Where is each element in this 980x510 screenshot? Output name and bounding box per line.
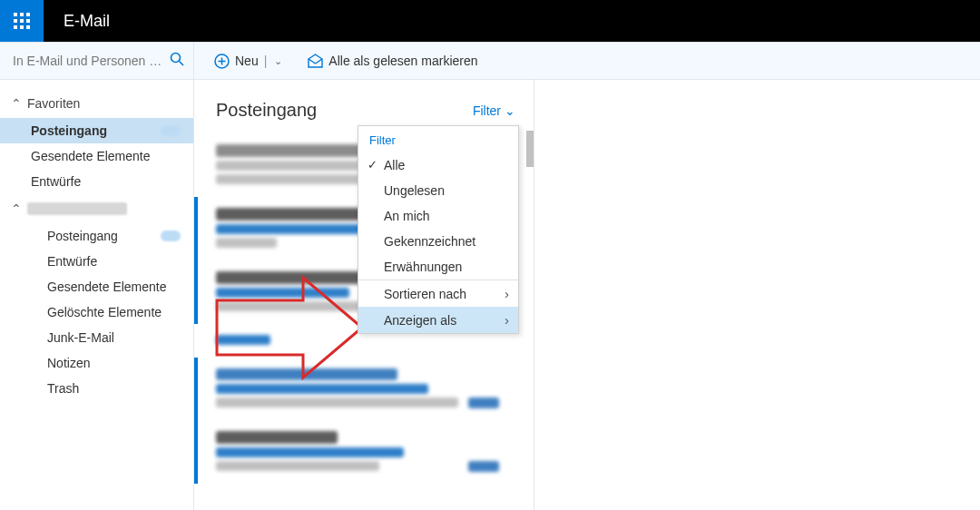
- svg-line-10: [180, 62, 184, 66]
- favorites-group: Posteingang Gesendete Elemente Entwürfe: [0, 118, 193, 194]
- sidebar-item-gesendete[interactable]: Gesendete Elemente: [0, 143, 193, 169]
- chevron-up-icon: ⌃: [11, 201, 22, 216]
- account-label-redacted: [27, 202, 127, 215]
- filter-option-anzeigen-als[interactable]: Anzeigen als ›: [358, 307, 518, 333]
- reading-pane: [534, 80, 980, 510]
- toolbar: In E-Mail und Personen s… Neu | ⌄ Alle a…: [0, 42, 980, 80]
- filter-option-anmich[interactable]: An mich: [358, 203, 518, 229]
- sidebar-item-trash[interactable]: Trash: [0, 376, 193, 401]
- sidebar-item-entwuerfe[interactable]: Entwürfe: [0, 169, 193, 194]
- toolbar-buttons: Neu | ⌄ Alle als gelesen markieren: [194, 43, 980, 79]
- mail-open-icon: [308, 54, 323, 69]
- chevron-up-icon: ⌃: [11, 96, 22, 111]
- svg-rect-3: [14, 19, 17, 23]
- sidebar-item-posteingang[interactable]: Posteingang: [0, 118, 193, 143]
- svg-rect-5: [26, 19, 30, 23]
- svg-rect-1: [20, 13, 24, 16]
- svg-rect-7: [20, 25, 24, 29]
- account-group: Posteingang Entwürfe Gesendete Elemente …: [0, 223, 193, 401]
- filter-option-ungelesen[interactable]: Ungelesen: [358, 178, 518, 203]
- sidebar-item-notizen[interactable]: Notizen: [0, 350, 193, 376]
- filter-option-erwaehnungen[interactable]: Erwähnungen: [358, 254, 518, 280]
- message-item[interactable]: [194, 358, 534, 420]
- unread-badge: [161, 125, 181, 136]
- unread-badge: [161, 230, 181, 241]
- sidebar-item-junk[interactable]: Junk-E-Mail: [0, 325, 193, 350]
- filter-button[interactable]: Filter ⌄: [473, 103, 515, 118]
- search-input[interactable]: In E-Mail und Personen s…: [0, 43, 194, 79]
- app-launcher-button[interactable]: [0, 0, 44, 42]
- svg-point-9: [172, 54, 181, 63]
- sidebar-item-gesendete-2[interactable]: Gesendete Elemente: [0, 274, 193, 299]
- search-icon: [170, 52, 184, 70]
- svg-rect-0: [14, 13, 17, 16]
- filter-dropdown: Filter Alle Ungelesen An mich Gekennzeic…: [358, 125, 519, 334]
- chevron-right-icon: ›: [505, 286, 509, 301]
- title-bar: E-Mail: [0, 0, 980, 42]
- sidebar-item-geloeschte[interactable]: Gelöschte Elemente: [0, 299, 193, 325]
- filter-option-alle[interactable]: Alle: [358, 152, 518, 178]
- svg-rect-2: [26, 13, 30, 16]
- search-placeholder: In E-Mail und Personen s…: [13, 54, 164, 68]
- mark-all-read-button[interactable]: Alle als gelesen markieren: [308, 54, 477, 69]
- svg-rect-8: [26, 25, 30, 29]
- message-item[interactable]: [194, 420, 534, 484]
- filter-label: Filter: [473, 103, 501, 118]
- waffle-icon: [14, 13, 30, 29]
- folder-sidebar: ⌃ Favoriten Posteingang Gesendete Elemen…: [0, 80, 194, 510]
- dropdown-header: Filter: [358, 126, 518, 152]
- account-header[interactable]: ⌃: [0, 194, 193, 223]
- chevron-right-icon: ›: [505, 312, 509, 328]
- sidebar-item-posteingang-2[interactable]: Posteingang: [0, 223, 193, 249]
- new-button[interactable]: Neu | ⌄: [214, 54, 282, 69]
- favorites-header[interactable]: ⌃ Favoriten: [0, 89, 193, 118]
- chevron-down-icon: ⌄: [505, 103, 515, 118]
- folder-title: Posteingang: [216, 100, 317, 121]
- favorites-label: Favoriten: [27, 96, 80, 111]
- new-button-label: Neu: [235, 54, 259, 68]
- plus-circle-icon: [214, 54, 230, 69]
- svg-rect-6: [14, 25, 17, 29]
- filter-option-sortieren[interactable]: Sortieren nach ›: [358, 280, 518, 307]
- chevron-down-icon: ⌄: [274, 55, 282, 67]
- filter-option-gekennzeichnet[interactable]: Gekennzeichnet: [358, 229, 518, 254]
- mark-all-read-label: Alle als gelesen markieren: [328, 54, 477, 68]
- app-title: E-Mail: [64, 12, 110, 31]
- sidebar-item-entwuerfe-2[interactable]: Entwürfe: [0, 249, 193, 274]
- svg-rect-4: [20, 19, 24, 23]
